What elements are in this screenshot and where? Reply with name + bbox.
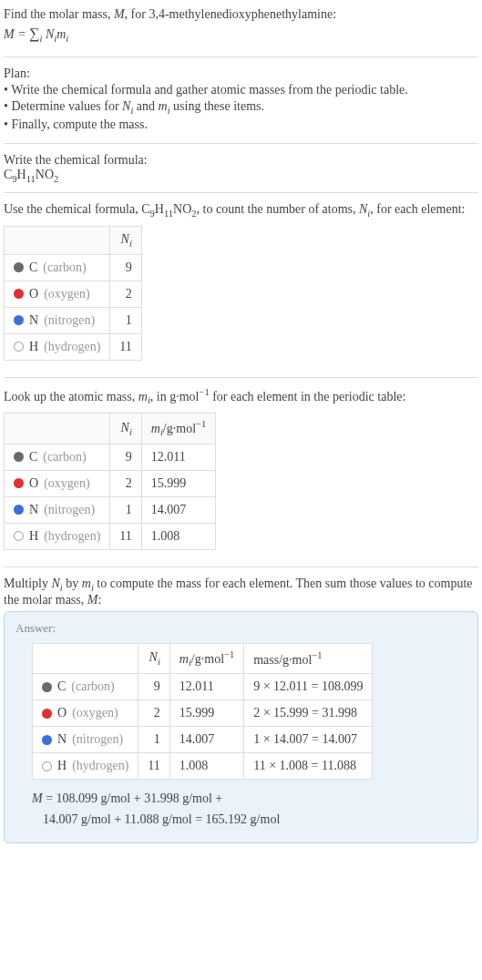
element-symbol: H [57, 759, 67, 773]
chemical-formula: C9H11NO2 [4, 168, 478, 184]
header-mi: mi/g·mol−1 [169, 643, 243, 673]
step3-mid: , in g·mol [150, 390, 200, 403]
element-dot-icon [42, 709, 52, 719]
intro-var: M [114, 7, 125, 21]
element-symbol: N [57, 732, 67, 747]
element-cell: O (oxygen) [5, 281, 110, 307]
step3-pre: Look up the atomic mass, [4, 390, 138, 403]
table-row: N (nitrogen)1 [5, 307, 142, 333]
divider [4, 192, 478, 193]
table-row: C (carbon)912.0119 × 12.011 = 108.099 [33, 674, 373, 700]
element-cell: N (nitrogen) [33, 727, 138, 753]
intro-post: , for 3,4-methylenedioxyphenethylamine: [125, 7, 337, 21]
mi-cell: 15.999 [141, 470, 215, 496]
mi-cell: 12.011 [169, 674, 243, 700]
element-cell: N (nitrogen) [5, 496, 110, 523]
element-cell: H (hydrogen) [5, 523, 110, 549]
ni-cell: 1 [110, 496, 141, 523]
mi-cell: 14.007 [169, 727, 243, 753]
step1-title: Write the chemical formula: [4, 153, 478, 168]
divider [4, 143, 478, 144]
step3-sup: −1 [199, 387, 209, 397]
step3-section: Look up the atomic mass, mi, in g·mol−1 … [4, 383, 478, 561]
step3-text: Look up the atomic mass, mi, in g·mol−1 … [4, 387, 478, 405]
step2-section: Use the chemical formula, C9H11NO2, to c… [4, 199, 478, 372]
mass-cell: 11 × 1.008 = 11.088 [244, 753, 373, 780]
element-symbol: H [29, 529, 38, 544]
element-dot-icon [14, 315, 24, 325]
element-cell: C (carbon) [33, 674, 138, 700]
divider [4, 56, 478, 57]
ni-cell: 11 [110, 523, 141, 549]
element-ring-icon [14, 531, 24, 541]
mi-sup: −1 [224, 649, 234, 659]
answer-final: M = 108.099 g/mol + 31.998 g/mol + 14.00… [32, 789, 467, 830]
table-row: O (oxygen)215.999 [5, 470, 216, 496]
mi-cell: 12.011 [141, 444, 215, 470]
table-row: H (hydrogen)11 [5, 333, 142, 360]
element-symbol: O [57, 706, 67, 720]
element-symbol: H [29, 340, 38, 354]
plan-item: • Write the chemical formula and gather … [4, 83, 478, 97]
intro-pre: Find the molar mass, [4, 7, 114, 21]
mi-cell: 1.008 [169, 753, 243, 780]
table-row: N (nitrogen)114.0071 × 14.007 = 14.007 [33, 727, 373, 753]
ni-cell: 11 [138, 753, 169, 780]
step2-pre: Use the chemical formula, [4, 202, 141, 216]
header-empty [5, 413, 110, 444]
header-empty [33, 643, 138, 673]
plan-title: Plan: [4, 66, 478, 81]
step4-text: Multiply Ni by mi to compute the mass fo… [4, 577, 478, 607]
element-name: (nitrogen) [44, 313, 95, 328]
mi-cell: 15.999 [169, 700, 243, 727]
table-row: H (hydrogen)111.00811 × 1.008 = 11.088 [33, 753, 373, 780]
element-name: (hydrogen) [72, 759, 128, 773]
element-name: (carbon) [71, 679, 114, 694]
ni-cell: 2 [110, 470, 141, 496]
header-mass: mass/g·mol−1 [244, 643, 373, 673]
step1-section: Write the chemical formula: C9H11NO2 [4, 149, 478, 188]
table-header-row: Ni mi/g·mol−1 mass/g·mol−1 [33, 643, 373, 673]
table-row: O (oxygen)215.9992 × 15.999 = 31.998 [33, 700, 373, 727]
divider [4, 567, 478, 567]
element-symbol: C [57, 679, 66, 694]
step4-section: Multiply Ni by mi to compute the mass fo… [4, 573, 478, 847]
ni-cell: 2 [138, 700, 169, 727]
header-ni: Ni [138, 643, 169, 673]
element-dot-icon [42, 682, 52, 692]
step2-post: , for each element: [370, 202, 465, 216]
element-name: (hydrogen) [44, 529, 100, 544]
answer-box: Answer: Ni mi/g·mol−1 mass/g·mol−1 C (ca… [4, 611, 478, 843]
element-dot-icon [14, 452, 24, 462]
element-symbol: N [29, 313, 38, 328]
mass-cell: 9 × 12.011 = 108.099 [244, 674, 373, 700]
mass-cell: 2 × 15.999 = 31.998 [244, 700, 373, 727]
ni-cell: 11 [110, 333, 141, 360]
step2-text: Use the chemical formula, C9H11NO2, to c… [4, 202, 478, 219]
element-ring-icon [42, 761, 52, 771]
intro-section: Find the molar mass, M, for 3,4-methylen… [4, 4, 478, 51]
element-cell: C (carbon) [5, 444, 110, 470]
header-ni: Ni [110, 413, 141, 444]
element-dot-icon [14, 505, 24, 515]
step3-post: for each element in the periodic table: [210, 390, 406, 403]
molar-mass-formula: M = ∑i Nimi [4, 26, 478, 44]
answer-label: Answer: [15, 621, 467, 636]
ni-cell: 9 [138, 674, 169, 700]
atomic-mass-table: Ni mi/g·mol−1 C (carbon)912.011O (oxygen… [4, 413, 216, 549]
mass-cell: 1 × 14.007 = 14.007 [244, 727, 373, 753]
ni-cell: 9 [110, 444, 141, 470]
element-dot-icon [14, 289, 24, 299]
header-empty [5, 227, 110, 255]
table-header-row: Ni mi/g·mol−1 [5, 413, 216, 444]
element-name: (oxygen) [44, 476, 90, 491]
element-name: (oxygen) [72, 706, 118, 720]
element-ring-icon [14, 342, 24, 352]
answer-table: Ni mi/g·mol−1 mass/g·mol−1 C (carbon)912… [32, 643, 373, 780]
table-row: O (oxygen)2 [5, 281, 142, 307]
element-symbol: N [29, 503, 38, 517]
element-cell: H (hydrogen) [33, 753, 138, 780]
element-symbol: O [29, 476, 38, 491]
table-row: N (nitrogen)114.007 [5, 496, 216, 523]
element-cell: H (hydrogen) [5, 333, 110, 360]
